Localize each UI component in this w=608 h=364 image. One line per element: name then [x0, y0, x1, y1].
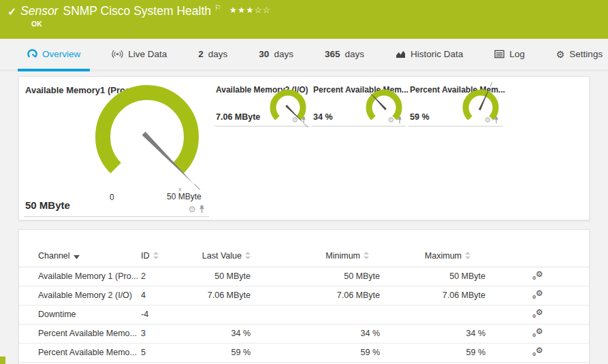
column-header-maximum[interactable]: Maximum: [380, 246, 485, 267]
stars-filled[interactable]: ★★★: [229, 5, 255, 15]
gauge-value: 34 %: [313, 112, 333, 122]
column-label: Maximum: [425, 251, 462, 261]
gauge-percent-available-memory-2: Percent Available Mem... 59 % ⚙: [409, 83, 502, 127]
channel-name-cell[interactable]: Available Memory 1 (Pro...: [19, 267, 141, 286]
column-label: Last Value: [202, 251, 242, 261]
channel-id-cell: 3: [141, 324, 182, 343]
gauge-title: Available Memory2 (I/O): [216, 85, 308, 95]
status-badge: OK: [31, 20, 42, 28]
pin-icon[interactable]: [494, 116, 499, 124]
minimum-cell: 50 MByte: [251, 267, 380, 286]
minimum-cell: 34 %: [251, 324, 380, 343]
priority-stars[interactable]: ★★★☆☆: [229, 5, 271, 15]
gauges-panel: Available Memory1 (Processor) x 0 50 MBy…: [18, 76, 590, 220]
column-header-minimum[interactable]: Minimum: [251, 246, 380, 267]
channel-id-cell: 2: [141, 267, 182, 286]
column-label: Minimum: [325, 251, 360, 261]
gauge-settings-gear-icon[interactable]: ⚙: [484, 116, 491, 124]
column-header-last-value[interactable]: Last Value: [182, 246, 251, 267]
maximum-cell: 34 %: [380, 324, 485, 343]
channel-settings-icon[interactable]: ⚙⚙: [532, 270, 543, 280]
tab-label: Historic Data: [411, 49, 463, 59]
gauge-icon: [27, 49, 37, 59]
column-label: Channel: [38, 251, 70, 261]
channel-id-cell: -4: [141, 305, 182, 324]
tab-365-days[interactable]: 365 days: [315, 39, 374, 69]
live-signal-icon: [112, 50, 123, 59]
channel-name-cell[interactable]: Percent Available Memo...: [19, 324, 141, 343]
column-header-id[interactable]: ID: [141, 246, 182, 267]
gauge-settings-gear-icon[interactable]: ⚙: [291, 116, 298, 124]
sort-desc-icon: [74, 255, 80, 259]
channel-name-cell[interactable]: Available Memory 2 (I/O): [19, 286, 141, 305]
gauge-available-memory1: Available Memory1 (Processor) x 0 50 MBy…: [24, 83, 209, 217]
minimum-cell: [251, 305, 380, 324]
maximum-cell: [380, 305, 485, 324]
tab-number: 2: [198, 49, 204, 59]
column-label: ID: [141, 251, 150, 261]
gauge-settings-gear-icon[interactable]: ⚙: [387, 116, 394, 124]
status-ok-check-icon: ✓: [7, 5, 16, 18]
gauge-value: 50 MByte: [25, 199, 70, 211]
gauge-min-label: 0: [110, 193, 114, 202]
tab-label: days: [274, 49, 293, 59]
maximum-cell: 7.06 MByte: [380, 286, 485, 305]
gauge-title: Available Memory1 (Processor): [25, 85, 157, 95]
tab-overview[interactable]: Overview: [18, 39, 90, 69]
minimum-cell: 59 %: [251, 343, 380, 362]
column-header-channel[interactable]: Channel: [19, 246, 141, 267]
table-row: Downtime -4 ⚙⚙: [19, 305, 590, 324]
log-list-icon: [494, 50, 505, 59]
gauge-percent-available-memory-1: Percent Available Mem... 34 % ⚙: [312, 83, 406, 127]
table-row: Available Memory 2 (I/O) 4 7.06 MByte 7.…: [19, 286, 590, 305]
tab-historic-data[interactable]: Historic Data: [386, 39, 473, 69]
tab-label: Live Data: [128, 49, 167, 59]
channel-settings-icon[interactable]: ⚙⚙: [532, 327, 543, 337]
channel-id-cell: 4: [141, 286, 182, 305]
table-row: Percent Available Memo... 5 59 % 59 % 59…: [19, 343, 590, 362]
sensor-header: ✓ SensorSNMP Cisco System Health⚐★★★☆☆ O…: [0, 0, 608, 39]
maximum-cell: 59 %: [380, 343, 485, 362]
tab-label: Overview: [42, 49, 80, 59]
channel-name-cell[interactable]: Percent Available Memo...: [19, 343, 141, 362]
sort-both-icon: [364, 252, 369, 259]
last-value-cell: 7.06 MByte: [182, 286, 251, 305]
last-value-cell: 34 %: [182, 324, 251, 343]
pin-icon[interactable]: [301, 116, 306, 124]
tab-label: days: [208, 49, 228, 59]
gauge-settings-gear-icon[interactable]: ⚙: [188, 205, 196, 214]
tab-30-days[interactable]: 30 days: [249, 39, 303, 69]
last-value-cell: [182, 305, 251, 324]
tab-label: days: [345, 49, 364, 59]
tab-bar: Overview Live Data 2 days 30 days 365 da…: [0, 39, 608, 71]
object-kind-label: Sensor: [20, 4, 58, 18]
gauge-title: Percent Available Mem...: [313, 85, 409, 95]
channel-name-cell[interactable]: Downtime: [19, 305, 141, 324]
gauge-value: 7.06 MByte: [216, 112, 260, 122]
last-value-cell: 50 MByte: [182, 267, 251, 286]
channel-settings-icon[interactable]: ⚙⚙: [532, 346, 543, 357]
channels-table: Channel ID Last Value Minimum Maximum: [19, 246, 590, 363]
sort-both-icon: [465, 252, 470, 259]
channel-settings-icon[interactable]: ⚙⚙: [532, 308, 543, 318]
tab-live-data[interactable]: Live Data: [102, 39, 176, 69]
flag-icon[interactable]: ⚐: [214, 3, 221, 12]
gauge-max-label: 50 MByte: [167, 192, 202, 201]
channel-settings-icon[interactable]: ⚙⚙: [532, 289, 543, 299]
table-header-row: Channel ID Last Value Minimum Maximum: [19, 246, 590, 267]
channel-id-cell: 5: [141, 343, 182, 362]
gear-icon: ⚙: [556, 50, 565, 59]
gauge-dial: [24, 83, 209, 202]
gauge-available-memory2: Available Memory2 (I/O) 7.06 MByte ⚙: [214, 83, 310, 127]
tab-number: 365: [325, 49, 340, 59]
pin-icon[interactable]: [397, 116, 402, 124]
area-chart-icon: [396, 50, 406, 59]
gauge-value: 59 %: [410, 112, 430, 122]
sort-both-icon: [245, 252, 251, 259]
pin-icon[interactable]: [199, 205, 205, 214]
tab-log[interactable]: Log: [485, 39, 534, 69]
tab-settings[interactable]: ⚙ Settings: [547, 39, 608, 69]
tab-2-days[interactable]: 2 days: [189, 39, 237, 69]
page-title: SNMP Cisco System Health: [63, 4, 211, 18]
stars-empty[interactable]: ☆☆: [254, 5, 270, 15]
